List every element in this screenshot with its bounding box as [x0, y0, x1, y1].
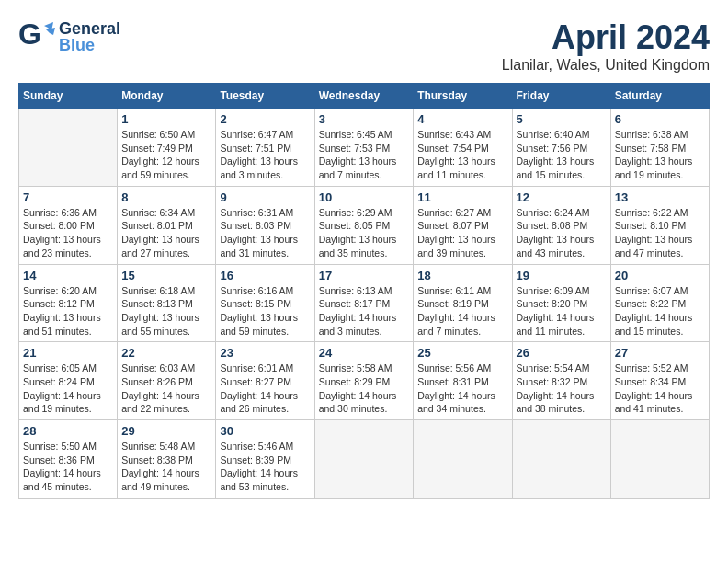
calendar-day-cell: 20Sunrise: 6:07 AMSunset: 8:22 PMDayligh… — [610, 264, 709, 342]
calendar-day-cell: 26Sunrise: 5:54 AMSunset: 8:32 PMDayligh… — [512, 342, 610, 420]
calendar-day-cell: 22Sunrise: 6:03 AMSunset: 8:26 PMDayligh… — [118, 342, 216, 420]
calendar-day-cell: 3Sunrise: 6:45 AMSunset: 7:53 PMDaylight… — [314, 109, 414, 187]
calendar-week-row: 1Sunrise: 6:50 AMSunset: 7:49 PMDaylight… — [19, 109, 710, 187]
day-number: 1 — [121, 112, 211, 126]
day-number: 16 — [220, 269, 310, 282]
day-number: 11 — [417, 190, 507, 204]
day-number: 22 — [121, 346, 211, 360]
day-number: 6 — [615, 112, 705, 126]
calendar-day-cell — [414, 420, 512, 499]
day-number: 26 — [517, 346, 607, 360]
day-info: Sunrise: 6:50 AMSunset: 7:49 PMDaylight:… — [121, 128, 211, 182]
day-number: 20 — [615, 269, 705, 282]
calendar-day-cell: 19Sunrise: 6:09 AMSunset: 8:20 PMDayligh… — [512, 264, 610, 342]
calendar-day-cell: 16Sunrise: 6:16 AMSunset: 8:15 PMDayligh… — [216, 264, 314, 342]
day-number: 10 — [319, 190, 410, 204]
day-info: Sunrise: 6:27 AMSunset: 8:07 PMDaylight:… — [417, 206, 507, 260]
day-info: Sunrise: 6:24 AMSunset: 8:08 PMDaylight:… — [517, 206, 607, 260]
day-info: Sunrise: 6:22 AMSunset: 8:10 PMDaylight:… — [615, 206, 705, 260]
weekday-header: Sunday — [19, 84, 118, 109]
calendar-week-row: 28Sunrise: 5:50 AMSunset: 8:36 PMDayligh… — [19, 420, 710, 499]
calendar-day-cell: 9Sunrise: 6:31 AMSunset: 8:03 PMDaylight… — [216, 186, 314, 264]
calendar-day-cell: 27Sunrise: 5:52 AMSunset: 8:34 PMDayligh… — [610, 342, 709, 420]
logo-icon: G — [18, 18, 55, 55]
day-info: Sunrise: 6:34 AMSunset: 8:01 PMDaylight:… — [121, 206, 211, 260]
calendar-week-row: 14Sunrise: 6:20 AMSunset: 8:12 PMDayligh… — [19, 264, 710, 342]
logo-general: General — [59, 20, 120, 37]
calendar-day-cell: 1Sunrise: 6:50 AMSunset: 7:49 PMDaylight… — [118, 109, 216, 187]
calendar-day-cell: 17Sunrise: 6:13 AMSunset: 8:17 PMDayligh… — [314, 264, 414, 342]
calendar-day-cell: 12Sunrise: 6:24 AMSunset: 8:08 PMDayligh… — [512, 186, 610, 264]
weekday-header: Monday — [118, 84, 216, 109]
calendar-day-cell: 11Sunrise: 6:27 AMSunset: 8:07 PMDayligh… — [414, 186, 512, 264]
calendar-day-cell: 8Sunrise: 6:34 AMSunset: 8:01 PMDaylight… — [118, 186, 216, 264]
day-info: Sunrise: 6:36 AMSunset: 8:00 PMDaylight:… — [23, 206, 113, 260]
logo-text: General Blue — [59, 20, 120, 53]
day-number: 25 — [417, 346, 507, 360]
day-number: 19 — [517, 269, 607, 282]
day-info: Sunrise: 5:46 AMSunset: 8:39 PMDaylight:… — [220, 440, 310, 494]
day-info: Sunrise: 5:58 AMSunset: 8:29 PMDaylight:… — [319, 362, 410, 416]
calendar-day-cell — [19, 109, 118, 187]
day-number: 12 — [517, 190, 607, 204]
calendar-day-cell: 5Sunrise: 6:40 AMSunset: 7:56 PMDaylight… — [512, 109, 610, 187]
day-number: 15 — [121, 269, 211, 282]
day-number: 4 — [417, 112, 507, 126]
day-info: Sunrise: 5:54 AMSunset: 8:32 PMDaylight:… — [517, 362, 607, 416]
calendar-day-cell: 14Sunrise: 6:20 AMSunset: 8:12 PMDayligh… — [19, 264, 118, 342]
day-info: Sunrise: 6:07 AMSunset: 8:22 PMDaylight:… — [615, 284, 705, 339]
day-number: 30 — [220, 424, 310, 438]
weekday-header: Wednesday — [314, 84, 414, 109]
calendar-day-cell: 18Sunrise: 6:11 AMSunset: 8:19 PMDayligh… — [414, 264, 512, 342]
calendar-day-cell: 6Sunrise: 6:38 AMSunset: 7:58 PMDaylight… — [610, 109, 709, 187]
title-block: April 2024 Llanilar, Wales, United Kingd… — [502, 18, 710, 74]
calendar-day-cell: 24Sunrise: 5:58 AMSunset: 8:29 PMDayligh… — [314, 342, 414, 420]
day-info: Sunrise: 6:40 AMSunset: 7:56 PMDaylight:… — [517, 128, 607, 182]
day-info: Sunrise: 6:11 AMSunset: 8:19 PMDaylight:… — [417, 284, 507, 339]
calendar-day-cell: 29Sunrise: 5:48 AMSunset: 8:38 PMDayligh… — [118, 420, 216, 499]
day-info: Sunrise: 6:18 AMSunset: 8:13 PMDaylight:… — [121, 284, 211, 339]
weekday-header: Tuesday — [216, 84, 314, 109]
day-info: Sunrise: 6:29 AMSunset: 8:05 PMDaylight:… — [319, 206, 410, 260]
calendar-day-cell: 30Sunrise: 5:46 AMSunset: 8:39 PMDayligh… — [216, 420, 314, 499]
calendar-week-row: 7Sunrise: 6:36 AMSunset: 8:00 PMDaylight… — [19, 186, 710, 264]
day-number: 29 — [121, 424, 211, 438]
day-number: 3 — [319, 112, 410, 126]
calendar-day-cell — [610, 420, 709, 499]
day-info: Sunrise: 6:38 AMSunset: 7:58 PMDaylight:… — [615, 128, 705, 182]
day-number: 14 — [23, 269, 113, 282]
day-info: Sunrise: 6:31 AMSunset: 8:03 PMDaylight:… — [220, 206, 310, 260]
calendar-day-cell: 4Sunrise: 6:43 AMSunset: 7:54 PMDaylight… — [414, 109, 512, 187]
calendar-day-cell: 21Sunrise: 6:05 AMSunset: 8:24 PMDayligh… — [19, 342, 118, 420]
weekday-header: Thursday — [414, 84, 512, 109]
day-info: Sunrise: 5:48 AMSunset: 8:38 PMDaylight:… — [121, 440, 211, 494]
day-info: Sunrise: 6:09 AMSunset: 8:20 PMDaylight:… — [517, 284, 607, 339]
day-number: 2 — [220, 112, 310, 126]
day-info: Sunrise: 6:20 AMSunset: 8:12 PMDaylight:… — [23, 284, 113, 339]
day-info: Sunrise: 6:45 AMSunset: 7:53 PMDaylight:… — [319, 128, 410, 182]
day-number: 8 — [121, 190, 211, 204]
month-title: April 2024 — [502, 18, 710, 57]
day-info: Sunrise: 6:16 AMSunset: 8:15 PMDaylight:… — [220, 284, 310, 339]
day-number: 27 — [615, 346, 705, 360]
svg-marker-2 — [46, 28, 55, 35]
day-info: Sunrise: 6:43 AMSunset: 7:54 PMDaylight:… — [417, 128, 507, 182]
calendar-day-cell: 13Sunrise: 6:22 AMSunset: 8:10 PMDayligh… — [610, 186, 709, 264]
day-number: 28 — [23, 424, 113, 438]
calendar-day-cell: 25Sunrise: 5:56 AMSunset: 8:31 PMDayligh… — [414, 342, 512, 420]
location: Llanilar, Wales, United Kingdom — [502, 57, 710, 74]
day-number: 18 — [417, 269, 507, 282]
day-number: 7 — [23, 190, 113, 204]
day-info: Sunrise: 6:01 AMSunset: 8:27 PMDaylight:… — [220, 362, 310, 416]
day-number: 17 — [319, 269, 410, 282]
day-info: Sunrise: 5:52 AMSunset: 8:34 PMDaylight:… — [615, 362, 705, 416]
calendar-day-cell: 10Sunrise: 6:29 AMSunset: 8:05 PMDayligh… — [314, 186, 414, 264]
calendar-day-cell: 7Sunrise: 6:36 AMSunset: 8:00 PMDaylight… — [19, 186, 118, 264]
day-number: 13 — [615, 190, 705, 204]
calendar-day-cell — [314, 420, 414, 499]
calendar-day-cell: 28Sunrise: 5:50 AMSunset: 8:36 PMDayligh… — [19, 420, 118, 499]
logo: G General Blue — [18, 18, 120, 55]
calendar-day-cell: 23Sunrise: 6:01 AMSunset: 8:27 PMDayligh… — [216, 342, 314, 420]
calendar-day-cell — [512, 420, 610, 499]
calendar-day-cell: 2Sunrise: 6:47 AMSunset: 7:51 PMDaylight… — [216, 109, 314, 187]
